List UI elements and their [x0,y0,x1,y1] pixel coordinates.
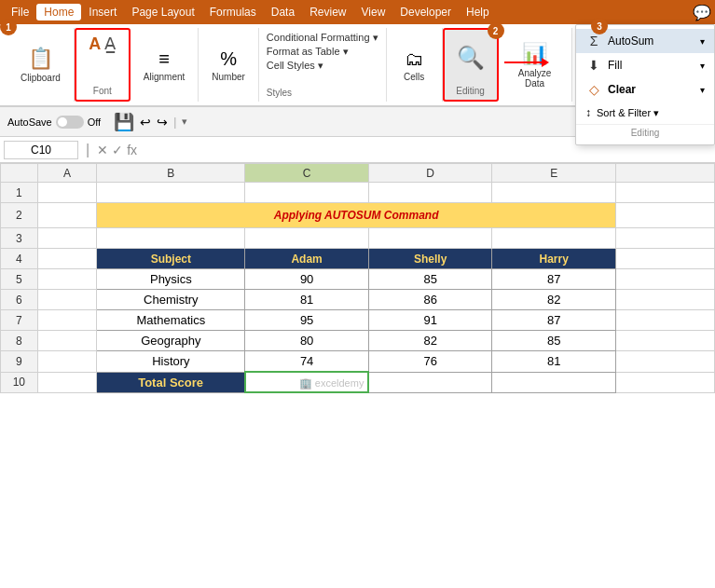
table-row: 9 History 74 76 81 [1,351,715,373]
menu-data[interactable]: Data [264,4,302,21]
save-icon[interactable]: 💾 [114,112,134,132]
header-shelly: Shelly [368,249,492,269]
autosave-toggle[interactable] [56,116,84,129]
cell-a6[interactable] [37,290,97,310]
callout-arrow [504,58,549,67]
spreadsheet-area: A B C D E 1 [0,163,715,393]
customize-toolbar[interactable]: ▾ [182,116,187,128]
cell-a8[interactable] [37,331,97,351]
clipboard-btn[interactable]: 📋 Clipboard [15,43,66,87]
cell-c1[interactable] [245,183,369,203]
cell-shelly-7[interactable]: 91 [368,310,492,331]
row-6-header: 6 [1,290,38,310]
cell-a1[interactable] [37,183,97,203]
col-header-a[interactable]: A [37,164,97,183]
menu-formulas[interactable]: Formulas [202,4,264,21]
cell-harry-5[interactable]: 87 [492,269,616,290]
format-as-table-btn[interactable]: Format as Table ▾ [267,46,349,58]
cell-f2[interactable] [615,203,714,228]
sort-icon: ↕ [585,106,591,119]
col-header-c[interactable]: C [245,164,369,183]
cell-harry-6[interactable]: 82 [492,290,616,310]
cancel-formula-icon[interactable]: ✕ [97,143,108,157]
cell-shelly-6[interactable]: 86 [368,290,492,310]
cell-f7[interactable] [615,310,714,331]
cell-e3[interactable] [492,228,616,249]
cell-reference-input[interactable] [4,141,78,159]
cell-a4[interactable] [37,249,97,269]
cell-b3[interactable] [97,228,245,249]
clipboard-icon: 📋 [28,47,53,71]
cell-adam-8[interactable]: 80 [245,331,369,351]
fill-btn[interactable]: ⬇ Fill ▾ [576,53,714,77]
row-3-header: 3 [1,228,38,249]
cell-d1[interactable] [368,183,492,203]
undo-icon[interactable]: ↩ [140,115,151,130]
table-row: 4 Subject Adam Shelly Harry [1,249,715,269]
cell-adam-9[interactable]: 74 [245,351,369,373]
cell-f10[interactable] [615,372,714,392]
sigma-icon: Σ [585,34,602,48]
callout-1: 1 [0,19,17,35]
cell-f6[interactable] [615,290,714,310]
cell-f5[interactable] [615,269,714,290]
table-row: 5 Physics 90 85 87 [1,269,715,290]
editing-group: 🔍 Editing 2 [443,28,499,102]
cell-e1[interactable] [492,183,616,203]
cell-mathematics[interactable]: Mathematics [97,310,245,331]
col-header-f[interactable] [615,164,714,183]
cell-a2[interactable] [37,203,97,228]
cell-f4[interactable] [615,249,714,269]
conditional-formatting-btn[interactable]: Conditional Formatting ▾ [267,32,378,44]
cell-chemistry[interactable]: Chemistry [97,290,245,310]
cell-shelly-5[interactable]: 85 [368,269,492,290]
menu-help[interactable]: Help [459,4,497,21]
cell-c10-selected[interactable]: 🏢 exceldemy [245,372,369,392]
cells-btn[interactable]: 🗂 Cells [395,45,433,86]
cell-harry-7[interactable]: 87 [492,310,616,331]
cell-styles-btn[interactable]: Cell Styles ▾ [267,60,323,72]
cell-adam-6[interactable]: 81 [245,290,369,310]
cell-f9[interactable] [615,351,714,373]
cell-history[interactable]: History [97,351,245,373]
insert-function-icon[interactable]: fx [127,143,137,157]
sort-filter-btn[interactable]: ↕ Sort & Filter ▾ [576,102,714,124]
clear-btn[interactable]: ◇ Clear ▾ [576,77,714,102]
cell-adam-5[interactable]: 90 [245,269,369,290]
cell-f8[interactable] [615,331,714,351]
cell-c3[interactable] [245,228,369,249]
alignment-btn[interactable]: ≡ Alignment [138,45,190,86]
cell-harry-8[interactable]: 85 [492,331,616,351]
formula-bar-separator: | [82,142,93,158]
number-btn[interactable]: % Number [206,45,251,86]
cell-a9[interactable] [37,351,97,373]
cell-geography[interactable]: Geography [97,331,245,351]
col-header-b[interactable]: B [97,164,245,183]
cell-f3[interactable] [615,228,714,249]
cell-adam-7[interactable]: 95 [245,310,369,331]
cell-a5[interactable] [37,269,97,290]
col-header-e[interactable]: E [492,164,616,183]
menu-review[interactable]: Review [302,4,353,21]
menu-page-layout[interactable]: Page Layout [124,4,201,21]
menu-view[interactable]: View [354,4,393,21]
col-header-d[interactable]: D [368,164,492,183]
cell-f1[interactable] [615,183,714,203]
cell-harry-9[interactable]: 81 [492,351,616,373]
menu-home[interactable]: Home [36,4,81,21]
title-cell: Applying AUTOSUM Command [97,203,616,228]
cell-d10[interactable] [368,372,492,392]
cell-shelly-9[interactable]: 76 [368,351,492,373]
cell-b1[interactable] [97,183,245,203]
cell-e10[interactable] [492,372,616,392]
cell-shelly-8[interactable]: 82 [368,331,492,351]
cell-a3[interactable] [37,228,97,249]
menu-insert[interactable]: Insert [81,4,124,21]
cell-a7[interactable] [37,310,97,331]
redo-icon[interactable]: ↪ [157,115,168,130]
cell-a10[interactable] [37,372,97,392]
cell-d3[interactable] [368,228,492,249]
confirm-formula-icon[interactable]: ✓ [112,143,123,157]
menu-developer[interactable]: Developer [392,4,459,21]
cell-physics[interactable]: Physics [97,269,245,290]
